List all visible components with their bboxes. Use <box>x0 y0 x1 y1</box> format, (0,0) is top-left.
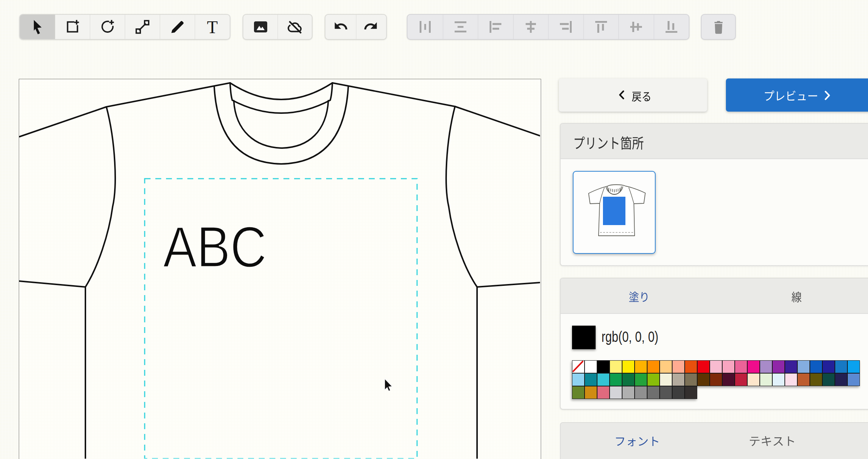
svg-text:T: T <box>207 18 218 35</box>
svg-text:ABC: ABC <box>163 215 267 279</box>
svg-text:rgb(0, 0, 0): rgb(0, 0, 0) <box>601 328 658 345</box>
